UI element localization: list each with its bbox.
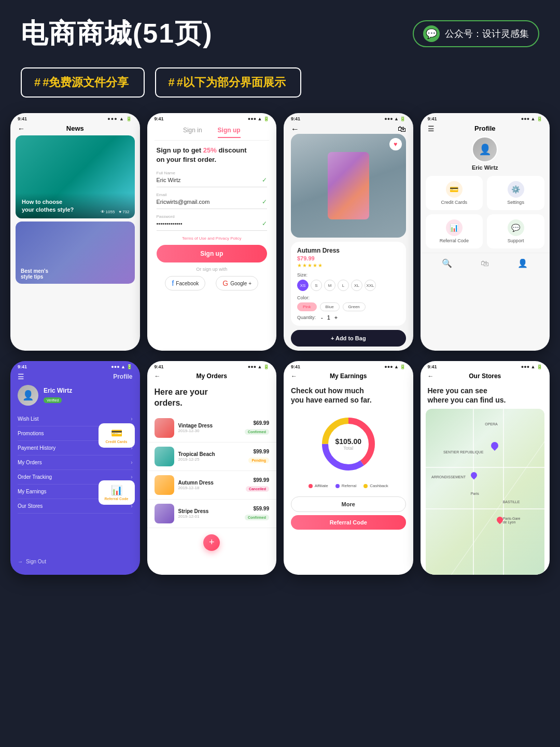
earnings-title: My Earnings [330,372,367,380]
order-4-image [155,504,174,523]
qty-minus[interactable]: - [321,314,323,321]
size-xxl[interactable]: XXL [365,280,376,291]
order-4-status: Confirmed [245,515,269,520]
hamburger-icon[interactable]: ☰ [428,125,435,133]
earnings-back-icon[interactable]: ← [291,372,297,380]
legend-affiliate: Affiliate [309,483,328,488]
earnings-header: ← My Earnings [284,370,413,383]
order-1-info: Vintage Dress 2019-12-30 [178,423,241,433]
map-label-sentier: SENTIER REPUBLIQUE [443,450,483,454]
order-2-info: Tropical Beach 2019-12-25 [178,451,245,462]
credit-card-icon: 💳 [446,181,463,198]
add-to-bag-button[interactable]: + Add to Bag [291,330,406,347]
status-bar-1: 9:41 ●●● ▲ 🔋 [10,113,140,122]
add-order-fab[interactable]: + [203,534,220,551]
size-l[interactable]: L [338,280,349,291]
size-s[interactable]: S [311,280,322,291]
map-label-gare: Paris-Garede Lyon [503,517,521,524]
search-nav-icon[interactable]: 🔍 [442,258,452,268]
more-button[interactable]: More [291,496,406,512]
verified-badge: Verified [44,397,62,403]
order-2[interactable]: Tropical Beach 2019-12-25 $99.99 Pending [147,442,277,471]
stores-back-icon[interactable]: ← [428,372,434,380]
sidebar-referral-widget: 📊 Referral Code [99,480,135,505]
order-1[interactable]: Vintage Dress 2019-12-30 $69.99 Confirme… [147,414,277,442]
profile-title: Profile [474,125,495,132]
heart-button[interactable]: ♥ [389,138,402,150]
tags-row: ##免费源文件分享 ##以下为部分界面展示 [0,62,560,113]
color-blue[interactable]: Blue [320,302,340,311]
terms-text: Terms of Use and Privacy Policy [157,236,268,241]
email-field[interactable]: Email Ericwirts@gmail.com ✓ [157,192,268,209]
legend-cashback: Cashback [363,483,388,488]
size-xl[interactable]: XL [351,280,362,291]
cart-icon[interactable]: 🛍 [398,125,406,134]
menu-icon[interactable]: ☰ [18,372,24,381]
password-field[interactable]: Password ••••••••••••• ✓ [157,214,268,231]
status-bar-5: 9:41 ●●● ▲ 🔋 [10,361,140,370]
order-4[interactable]: Stripe Dress 2019-12-01 $59.99 Confirmed [147,500,277,528]
back-icon[interactable]: ← [18,125,25,133]
color-pink[interactable]: Pink [297,302,317,311]
news-header: ← News [10,122,140,135]
product-back-icon[interactable]: ← [291,125,299,134]
phone-profile: 9:41 ●●● ▲ 🔋 ☰ Profile 👤 Eric Wirtz 💳 Cr… [421,113,550,351]
status-bar-6: 9:41 ●●● ▲ 🔋 [147,361,277,370]
google-button[interactable]: G Google + [216,276,258,290]
news-article-2[interactable]: Best men'sstyle tips [16,222,135,284]
orders-back-icon[interactable]: ← [155,372,161,380]
size-m[interactable]: M [324,280,335,291]
support-card[interactable]: 💬 Support [487,214,544,248]
earnings-amount: $105.00 [335,437,361,446]
color-selector: Color: Pink Blue Green [297,295,400,311]
referral-card[interactable]: 📊 Referral Code [426,214,483,248]
fullname-field[interactable]: Full Name Eric Wirtz ✓ [157,171,268,187]
profile-cards: 💳 Credit Cards ⚙️ Settings 📊 Referral Co… [426,176,545,248]
news-article-1[interactable]: How to chooseyour clothes style? 👁 1055 … [16,135,135,218]
signout-button[interactable]: → Sign Out [18,559,46,564]
order-3[interactable]: Autumn Dress 2019-12-18 $99.99 Cancelled [147,471,277,500]
bag-nav-icon[interactable]: 🛍 [481,259,489,268]
product-price: $79.99 [297,255,400,261]
qty-plus[interactable]: + [334,314,338,321]
settings-icon: ⚙️ [508,181,524,198]
article-2-text: Best men'sstyle tips [21,268,48,280]
color-options: Pink Blue Green [297,302,400,311]
page-header: 电商商城(51页) 💬 公众号：设计灵感集 [0,0,560,62]
user-nav-icon[interactable]: 👤 [517,258,528,268]
signup-form: Sign up to get 25% discounton your first… [147,141,277,296]
phone-stores: 9:41 ●●● ▲ 🔋 ← Our Stores Here you can s… [421,361,550,575]
signup-button[interactable]: Sign up [157,245,268,262]
sidebar-user-info: Eric Wirtz Verified [44,387,72,404]
map-label-opera: OPERA [485,422,498,426]
credit-cards-card[interactable]: 💳 Credit Cards [426,176,483,210]
status-bar-8: 9:41 ●●● ▲ 🔋 [421,361,550,370]
referral-widget-label: Referral Code [103,497,131,501]
color-green[interactable]: Green [343,302,366,311]
map-pin-1[interactable] [469,471,478,479]
social-buttons: f Facebook G Google + [157,276,268,290]
tag-2: ##以下为部分界面展示 [155,67,302,98]
stores-map[interactable]: OPERA SENTIER REPUBLIQUE ARRONDISSEMENT … [426,409,545,575]
size-xs[interactable]: XS [297,280,309,291]
order-3-status: Cancelled [246,486,269,492]
map-background: OPERA SENTIER REPUBLIQUE ARRONDISSEMENT … [426,409,545,575]
phone-grid: 9:41 ●●● ▲ 🔋 ← News How to chooseyour cl… [0,113,560,361]
status-bar-7: 9:41 ●●● ▲ 🔋 [284,361,413,370]
facebook-button[interactable]: f Facebook [165,276,205,290]
phone-product: 9:41 ●●● ▲ 🔋 ← 🛍 ♥ Autumn Dress $79.99 ★… [284,113,413,351]
google-icon: G [222,279,228,287]
wechat-icon: 💬 [423,25,440,42]
tag-1: ##免费源文件分享 [21,67,145,98]
map-label-arrond: ARRONDISSEMENT [431,475,466,479]
map-pin-3[interactable] [489,440,500,451]
tab-signin[interactable]: Sign in [183,127,202,138]
profile-avatar: 👤 [472,136,498,162]
tab-signup[interactable]: Sign up [218,127,241,138]
stores-header: ← Our Stores [421,370,550,383]
credit-card-widget-label: Credit Cards [103,440,131,444]
order-2-status: Pending [248,458,269,463]
sidebar-item-orders[interactable]: My Orders› [18,455,133,470]
referral-code-button[interactable]: Referral Code [291,515,406,530]
settings-card[interactable]: ⚙️ Settings [487,176,544,210]
